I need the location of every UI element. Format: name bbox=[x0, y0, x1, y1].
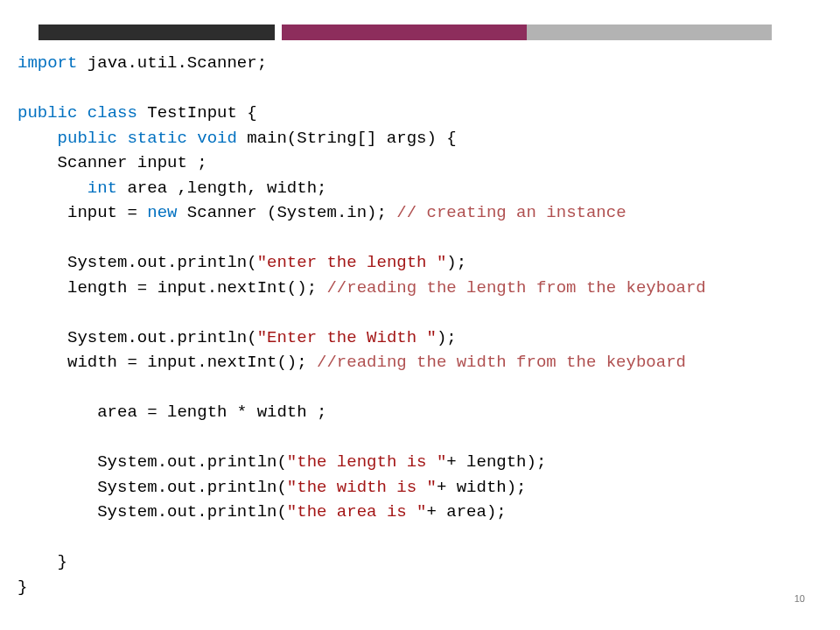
text: width = input.nextInt(); bbox=[18, 353, 317, 372]
kw-import: import bbox=[18, 53, 77, 73]
kw-int: int bbox=[18, 178, 117, 198]
text: + width); bbox=[437, 478, 527, 497]
text: System.out.println( bbox=[18, 478, 287, 497]
comment: //reading the length from the keyboard bbox=[326, 278, 705, 298]
code-block: import java.util.Scanner; public class T… bbox=[18, 51, 822, 599]
string: "the width is " bbox=[287, 478, 437, 497]
text: + length); bbox=[446, 452, 546, 472]
comment: // creating an instance bbox=[396, 203, 626, 222]
text: Scanner input ; bbox=[18, 153, 207, 172]
text: System.out.println( bbox=[18, 328, 257, 347]
text: System.out.println( bbox=[18, 502, 287, 522]
text: area ,length, width; bbox=[117, 178, 326, 198]
string: "Enter the Width " bbox=[257, 328, 437, 347]
kw-new: new bbox=[147, 203, 177, 222]
text: System.out.println( bbox=[18, 452, 287, 472]
text: } bbox=[18, 578, 27, 597]
banner-seg-dark bbox=[38, 24, 275, 40]
text: area = length * width ; bbox=[18, 402, 326, 422]
banner-seg-gray bbox=[527, 24, 772, 40]
text: input = bbox=[18, 203, 147, 222]
kw-public: public bbox=[18, 103, 77, 122]
page-number: 10 bbox=[794, 592, 805, 606]
string: "the length is " bbox=[287, 452, 446, 472]
kw-class: class bbox=[77, 103, 136, 122]
kw-mods: public static void bbox=[18, 129, 237, 148]
text: + area); bbox=[427, 502, 507, 522]
text: Scanner (System.in); bbox=[177, 203, 396, 222]
text: main(String[] args) { bbox=[237, 129, 457, 148]
text: length = input.nextInt(); bbox=[18, 278, 326, 298]
text: ); bbox=[437, 328, 457, 347]
text: System.out.println( bbox=[18, 253, 257, 272]
string: "the area is " bbox=[287, 502, 427, 522]
text: } bbox=[18, 552, 67, 571]
comment: //reading the width from the keyboard bbox=[317, 353, 686, 372]
text: TestInput { bbox=[137, 103, 257, 122]
banner-seg-maroon bbox=[282, 24, 527, 40]
banner bbox=[38, 24, 802, 40]
text: java.util.Scanner; bbox=[77, 53, 267, 73]
text: ); bbox=[446, 253, 466, 272]
string: "enter the length " bbox=[257, 253, 447, 272]
